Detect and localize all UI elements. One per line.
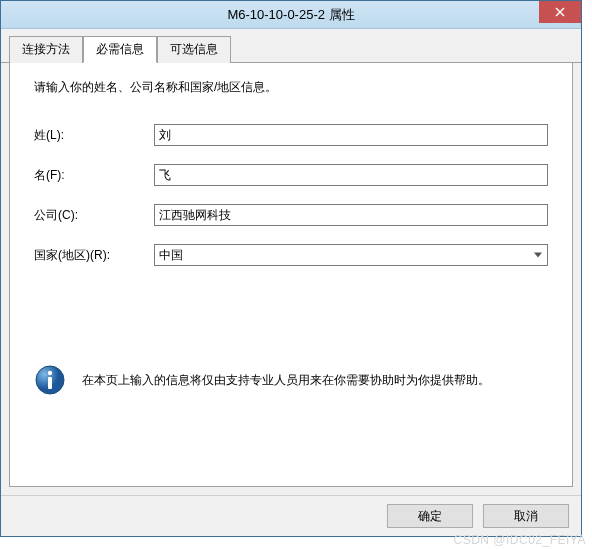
- last-name-input[interactable]: [154, 124, 548, 146]
- country-select[interactable]: 中国: [154, 244, 548, 266]
- country-select-wrap: 中国: [154, 244, 548, 266]
- last-name-label: 姓(L):: [34, 127, 154, 144]
- svg-point-3: [48, 371, 52, 375]
- info-text: 在本页上输入的信息将仅由支持专业人员用来在你需要协助时为你提供帮助。: [82, 372, 490, 389]
- company-label: 公司(C):: [34, 207, 154, 224]
- button-row: 确定 取消: [1, 495, 581, 536]
- first-name-input[interactable]: [154, 164, 548, 186]
- company-input[interactable]: [154, 204, 548, 226]
- titlebar: M6-10-10-0-25-2 属性: [1, 1, 581, 29]
- tab-connection-method[interactable]: 连接方法: [9, 36, 83, 63]
- country-label: 国家(地区)(R):: [34, 247, 154, 264]
- tab-content: 请输入你的姓名、公司名称和国家/地区信息。 姓(L): 名(F): 公司(C):…: [9, 63, 573, 487]
- tab-required-info[interactable]: 必需信息: [83, 36, 157, 63]
- ok-button[interactable]: 确定: [387, 504, 473, 528]
- tabbar: 连接方法 必需信息 可选信息: [1, 29, 581, 63]
- tab-optional-info[interactable]: 可选信息: [157, 36, 231, 63]
- row-country: 国家(地区)(R): 中国: [34, 244, 548, 266]
- info-icon: [34, 364, 66, 396]
- first-name-label: 名(F):: [34, 167, 154, 184]
- cancel-button[interactable]: 取消: [483, 504, 569, 528]
- properties-dialog: M6-10-10-0-25-2 属性 连接方法 必需信息 可选信息 请输入你的姓…: [0, 0, 582, 537]
- window-title: M6-10-10-0-25-2 属性: [227, 6, 354, 24]
- instruction-text: 请输入你的姓名、公司名称和国家/地区信息。: [34, 79, 548, 96]
- row-first-name: 名(F):: [34, 164, 548, 186]
- svg-rect-4: [48, 377, 52, 389]
- row-last-name: 姓(L):: [34, 124, 548, 146]
- close-icon: [555, 7, 565, 17]
- row-company: 公司(C):: [34, 204, 548, 226]
- info-row: 在本页上输入的信息将仅由支持专业人员用来在你需要协助时为你提供帮助。: [34, 364, 548, 396]
- close-button[interactable]: [539, 1, 581, 23]
